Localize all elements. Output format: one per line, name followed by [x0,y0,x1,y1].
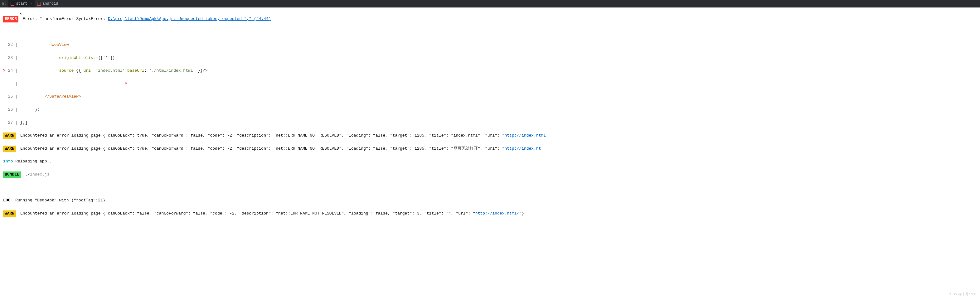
info-text: Reloading app... [13,159,54,164]
warn-badge: WARN [3,132,16,139]
tab-label: android [43,2,58,6]
tab-start[interactable]: start × [8,0,35,8]
warn-line-1: WARN Encountered an error loading page {… [3,132,977,139]
warn-link[interactable]: http://index.ht [504,146,541,151]
code-line-24: > 24 | source={{ uri: 'index.html' baseU… [3,68,977,74]
code-line-27: 27 | };] [3,120,977,126]
error-badge: ERROR [3,16,18,22]
warn-badge: WARN [3,146,16,152]
code-line-23: 23 | originWhitelist={['*']} [3,55,977,61]
error-line: ERROR Error: TransformError SyntaxError:… [3,16,977,22]
error-text: Error: TransformError SyntaxError: [20,16,108,21]
warn-line-2: WARN Encountered an error loading page {… [3,146,977,152]
warn-text: Encountered an error loading page {"canG… [18,146,504,151]
log-line: LOG Running "DemoApk" with {"rootTag":21… [3,197,977,204]
close-icon[interactable]: × [30,2,32,6]
bundle-badge: BUNDLE [3,172,21,178]
warn-badge: WARN [3,210,16,217]
bundle-line: BUNDLE ./index.js [3,172,977,178]
log-badge: LOG [3,198,10,203]
code-line-25: 25 | </SafeAreaView> [3,94,977,100]
tab-bar: n: start × android × [0,0,980,8]
terminal-icon [11,2,14,6]
code-line-22: 22 | <WebView [3,42,977,48]
bundle-file: index.js [30,172,49,177]
info-line: info Reloading app... [3,158,977,165]
warn-link[interactable]: http://index.html/ [475,211,519,216]
close-icon[interactable]: × [61,2,63,6]
info-badge: info [3,159,13,164]
warn-text: Encountered an error loading page {"canG… [18,211,475,216]
tab-android[interactable]: android × [35,0,65,8]
error-link[interactable]: D:\proj\test\DemoApk\App.js: Unexpected … [108,16,271,21]
terminal-output[interactable]: ERROR Error: TransformError SyntaxError:… [0,8,980,225]
terminal-icon [37,2,41,6]
bundle-text: ./ [23,172,30,177]
code-line-26: 26 | ); [3,107,977,113]
warn-link[interactable]: http://index.html [504,133,546,138]
log-text: Running "DemoApk" with {"rootTag":21} [10,198,105,203]
tab-label: start [16,2,27,6]
warn-line-3: WARN Encountered an error loading page {… [3,210,977,217]
warn-text: Encountered an error loading page {"canG… [18,133,504,138]
caret-line: | ^ [3,81,977,87]
tab-bar-prefix: n: [0,2,8,6]
